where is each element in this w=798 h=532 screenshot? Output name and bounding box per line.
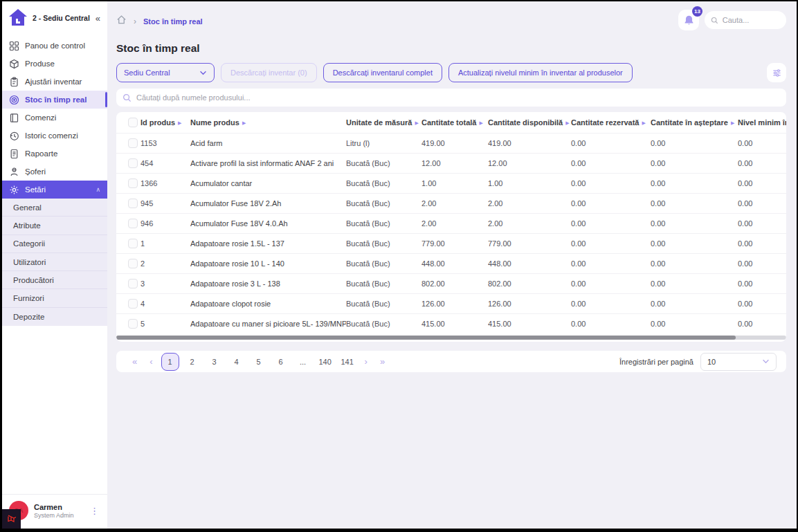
cell: 0.00 <box>738 213 786 233</box>
horizontal-scrollbar[interactable] <box>116 336 786 340</box>
column-header[interactable]: Nume produs▶ <box>190 112 346 133</box>
row-checkbox[interactable] <box>128 158 138 168</box>
breadcrumb-current[interactable]: Stoc în timp real <box>143 17 203 26</box>
row-checkbox[interactable] <box>128 199 138 208</box>
settings-subitem-2[interactable]: Atribute <box>2 217 107 235</box>
column-header[interactable]: Cantitate în așteptare▶ <box>651 112 738 133</box>
sort-icon[interactable]: ▶ <box>178 120 181 125</box>
sidebar-item-label: Stoc în timp real <box>25 95 87 104</box>
products-icon <box>9 59 19 69</box>
cell: 2 <box>140 253 190 273</box>
cell: 0.00 <box>651 233 738 253</box>
sidebar-item-7[interactable]: Rapoarte <box>2 145 107 163</box>
cell: 0.00 <box>738 153 786 173</box>
first-page-icon[interactable]: « <box>126 356 143 367</box>
column-settings-button[interactable] <box>767 63 786 82</box>
row-checkbox[interactable] <box>128 319 138 329</box>
pagination-bar: « ‹ 123456...140141 › » Înregistrări per… <box>116 351 786 372</box>
user-menu-icon[interactable]: ⋮ <box>87 506 102 516</box>
sidebar-item-2[interactable]: Produse <box>2 55 107 73</box>
cell: 2.00 <box>421 213 488 233</box>
settings-subitem-1[interactable]: General <box>2 199 107 217</box>
warehouse-select[interactable]: Sediu Central <box>116 63 215 82</box>
sidebar-item-5[interactable]: Comenzi <box>2 109 107 127</box>
cell: 4 <box>140 293 190 313</box>
settings-subitem-6[interactable]: Furnizori <box>2 289 107 307</box>
sort-icon[interactable]: ▶ <box>565 120 569 125</box>
page-number-5[interactable]: 5 <box>250 353 268 371</box>
column-header[interactable]: Id produs▶ <box>140 112 190 133</box>
page-number-6[interactable]: 6 <box>272 353 290 371</box>
page-number-140[interactable]: 140 <box>316 353 334 371</box>
cell: 0.00 <box>651 273 738 293</box>
sidebar-item-9[interactable]: Setări∧ <box>2 181 107 199</box>
column-header[interactable]: Nivel minim în <box>738 112 786 133</box>
download-inventory-button[interactable]: Descărcați inventar (0) <box>221 63 317 82</box>
page-number-1[interactable]: 1 <box>161 353 179 371</box>
last-page-icon[interactable]: » <box>374 356 391 367</box>
order-history-icon <box>9 131 19 141</box>
sidebar-item-4[interactable]: Stoc în timp real <box>2 91 107 109</box>
sort-icon[interactable]: ▶ <box>731 120 734 125</box>
settings-subitem-4[interactable]: Utilizatori <box>2 253 107 271</box>
page-number-141[interactable]: 141 <box>338 353 356 371</box>
sort-icon[interactable]: ▶ <box>415 120 418 125</box>
row-checkbox[interactable] <box>128 178 138 188</box>
page-number-3[interactable]: 3 <box>206 353 224 371</box>
column-header[interactable]: Cantitate rezervată▶ <box>571 112 651 133</box>
debugbar-toggle-icon[interactable] <box>2 509 21 529</box>
table-search-input[interactable] <box>136 93 780 102</box>
row-checkbox[interactable] <box>128 299 138 309</box>
cell: 0.00 <box>651 313 738 333</box>
cell: 1 <box>140 233 190 253</box>
row-checkbox[interactable] <box>128 239 138 248</box>
column-header[interactable]: Cantitate disponibilă▶ <box>488 112 571 133</box>
sidebar-item-6[interactable]: Istoric comenzi <box>2 127 107 145</box>
column-header[interactable]: Unitate de măsură▶ <box>346 112 421 133</box>
sort-icon[interactable]: ▶ <box>642 120 645 125</box>
notifications-button[interactable]: 13 <box>678 10 699 30</box>
cell: Litru (l) <box>346 133 421 153</box>
sort-icon[interactable]: ▶ <box>479 120 482 125</box>
sidebar-item-label: Istoric comenzi <box>25 131 78 140</box>
page-number-4[interactable]: 4 <box>228 353 246 371</box>
update-min-level-button[interactable]: Actualizați nivelul minim în inventar al… <box>448 63 633 82</box>
sidebar-item-8[interactable]: Șoferi <box>2 163 107 181</box>
per-page-select[interactable]: 10 <box>700 353 777 371</box>
settings-subitem-7[interactable]: Depozite <box>2 308 107 326</box>
scrollbar-thumb[interactable] <box>116 336 736 340</box>
cell: 0.00 <box>571 173 651 193</box>
select-all-checkbox[interactable] <box>128 118 138 127</box>
sidebar-item-3[interactable]: Ajustări inventar <box>2 73 107 91</box>
sidebar-item-label: Produse <box>25 59 55 68</box>
sidebar: 2 - Sediu Central « Panou de controlProd… <box>2 1 107 529</box>
inventory-adjustments-icon <box>9 77 19 87</box>
cell: 945 <box>140 193 190 213</box>
row-checkbox[interactable] <box>128 138 138 148</box>
table-header-row: Id produs▶Nume produs▶Unitate de măsură▶… <box>116 112 786 133</box>
cell: 779.00 <box>488 233 571 253</box>
row-checkbox[interactable] <box>128 219 138 228</box>
sort-icon[interactable]: ▶ <box>242 120 246 125</box>
prev-page-icon[interactable]: ‹ <box>143 356 158 367</box>
cell: 0.00 <box>571 193 651 213</box>
orders-icon <box>9 113 19 123</box>
global-search-input[interactable] <box>723 16 780 24</box>
page-number-2[interactable]: 2 <box>183 353 201 371</box>
sliders-icon <box>772 68 782 78</box>
sidebar-item-1[interactable]: Panou de control <box>2 37 107 55</box>
gear-icon <box>9 185 19 195</box>
sidebar-collapse-icon[interactable]: « <box>96 13 102 24</box>
next-page-icon[interactable]: › <box>359 356 374 367</box>
settings-subitem-5[interactable]: Producători <box>2 271 107 289</box>
org-name: 2 - Sediu Central <box>33 14 91 23</box>
realtime-stock-icon <box>9 95 19 105</box>
cell: 0.00 <box>571 233 651 253</box>
sidebar-item-label: Rapoarte <box>25 149 57 158</box>
column-header[interactable]: Cantitate totală▶ <box>421 112 488 133</box>
settings-subitem-3[interactable]: Categorii <box>2 235 107 253</box>
row-checkbox[interactable] <box>128 279 138 288</box>
download-full-inventory-button[interactable]: Descărcați inventarul complet <box>323 63 442 82</box>
home-icon[interactable] <box>116 15 127 28</box>
row-checkbox[interactable] <box>128 259 138 268</box>
